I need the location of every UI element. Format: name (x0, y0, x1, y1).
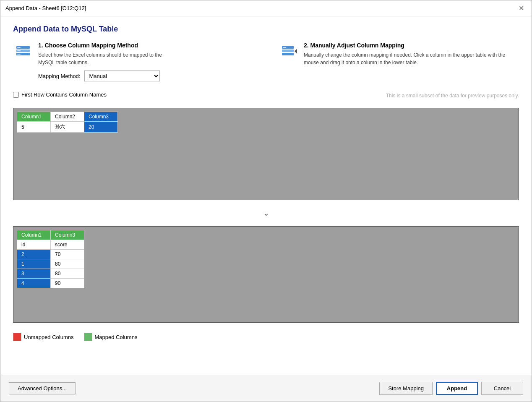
append-button[interactable]: Append (436, 382, 478, 395)
store-mapping-button[interactable]: Store Mapping (379, 382, 433, 395)
lower-table-row-3: 3 80 (17, 269, 84, 279)
first-row-label: First Row Contains Column Names (21, 91, 107, 98)
arrow-symbol: ⌄ (263, 209, 269, 218)
page-title: Append Data to MySQL Table (13, 25, 519, 34)
first-row-checkbox[interactable] (13, 92, 19, 98)
legend-unmapped: Unmapped Columns (13, 333, 74, 341)
svg-rect-8 (282, 53, 294, 55)
advanced-options-button[interactable]: Advanced Options... (9, 382, 76, 394)
step1-desc: Select how the Excel columns should be m… (38, 51, 253, 66)
footer: Advanced Options... Store Mapping Append… (0, 375, 532, 402)
lower-cell-score-3: 80 (51, 269, 84, 279)
lower-table-row-1: 2 70 (17, 250, 84, 259)
upper-col2-header[interactable]: Column2 (51, 112, 84, 122)
cancel-button[interactable]: Cancel (481, 382, 523, 395)
lower-table-row-4: 4 90 (17, 279, 84, 288)
legend-mapped: Mapped Columns (84, 333, 138, 341)
step1-icon-svg (15, 44, 31, 60)
checkbox-row: First Row Contains Column Names (13, 91, 107, 98)
svg-rect-5 (17, 54, 21, 55)
svg-rect-3 (17, 47, 21, 48)
upper-table-container: Column1 Column2 Column3 5 孙六 20 (13, 108, 519, 200)
upper-table-row: 5 孙六 20 (17, 122, 118, 133)
upper-cell-col1: 5 (17, 122, 51, 133)
upper-cell-col2: 孙六 (51, 122, 84, 133)
lower-cell-id-4: 4 (17, 279, 51, 288)
step1-icon (13, 42, 33, 62)
divider-arrow: ⌄ (13, 209, 519, 218)
mapped-color-box (84, 333, 92, 341)
mapping-method-select[interactable]: Manual By Name By Position (84, 70, 160, 81)
upper-col1-header[interactable]: Column1 (17, 112, 51, 122)
window-title: Append Data - Sheet6 [O12:Q12] (5, 5, 86, 11)
step1-content: 1. Choose Column Mapping Method Select h… (38, 42, 253, 81)
lower-cell-id-2: 1 (17, 259, 51, 269)
unmapped-label: Unmapped Columns (24, 334, 74, 340)
close-button[interactable]: ✕ (516, 3, 527, 13)
lower-col3-header[interactable]: Column3 (51, 230, 84, 240)
svg-rect-7 (282, 50, 294, 52)
preview-note: This is a small subset of the data for p… (386, 93, 519, 99)
lower-cell-score-1: 70 (51, 250, 84, 259)
step1-title: 1. Choose Column Mapping Method (38, 42, 253, 49)
lower-table: Column1 Column3 id score 2 70 1 (17, 230, 84, 288)
lower-table-header-row-2: id score (17, 240, 84, 250)
main-content: Append Data to MySQL Table (0, 16, 532, 375)
svg-marker-10 (295, 49, 297, 54)
unmapped-color-box (13, 333, 21, 341)
preview-header-row: First Row Contains Column Names This is … (13, 91, 519, 99)
app-window: Append Data - Sheet6 [O12:Q12] ✕ Append … (0, 0, 532, 402)
lower-cell-id-1: 2 (17, 250, 51, 259)
step-1: 1. Choose Column Mapping Method Select h… (13, 42, 253, 81)
step2-title: 2. Manually Adjust Column Mapping (304, 42, 519, 49)
lower-cell-score-2: 80 (51, 259, 84, 269)
step2-icon (279, 42, 299, 62)
lower-score-header: score (51, 240, 84, 250)
lower-cell-id-3: 3 (17, 269, 51, 279)
title-bar: Append Data - Sheet6 [O12:Q12] ✕ (0, 0, 532, 16)
step2-content: 2. Manually Adjust Column Mapping Manual… (304, 42, 519, 66)
upper-table-header-row: Column1 Column2 Column3 (17, 112, 118, 122)
lower-table-header-row-1: Column1 Column3 (17, 230, 84, 240)
lower-table-row-2: 1 80 (17, 259, 84, 269)
mapping-method-row: Mapping Method: Manual By Name By Positi… (38, 70, 253, 81)
step2-icon-svg (280, 44, 297, 60)
footer-right: Store Mapping Append Cancel (379, 382, 523, 395)
legend-row: Unmapped Columns Mapped Columns (13, 333, 519, 341)
footer-left: Advanced Options... (9, 382, 76, 394)
upper-table: Column1 Column2 Column3 5 孙六 20 (17, 112, 118, 133)
mapping-method-label: Mapping Method: (38, 73, 80, 79)
lower-col1-header[interactable]: Column1 (17, 230, 51, 240)
mapped-label: Mapped Columns (95, 334, 138, 340)
lower-cell-score-4: 90 (51, 279, 84, 288)
steps-row: 1. Choose Column Mapping Method Select h… (13, 42, 519, 81)
svg-rect-4 (17, 50, 21, 51)
step-2: 2. Manually Adjust Column Mapping Manual… (279, 42, 519, 66)
step2-desc: Manually change the column mapping if ne… (304, 51, 519, 66)
lower-id-header: id (17, 240, 51, 250)
lower-table-container: Column1 Column3 id score 2 70 1 (13, 226, 519, 323)
upper-col3-header[interactable]: Column3 (84, 112, 118, 122)
upper-cell-col3: 20 (84, 122, 118, 133)
svg-rect-9 (283, 47, 286, 48)
